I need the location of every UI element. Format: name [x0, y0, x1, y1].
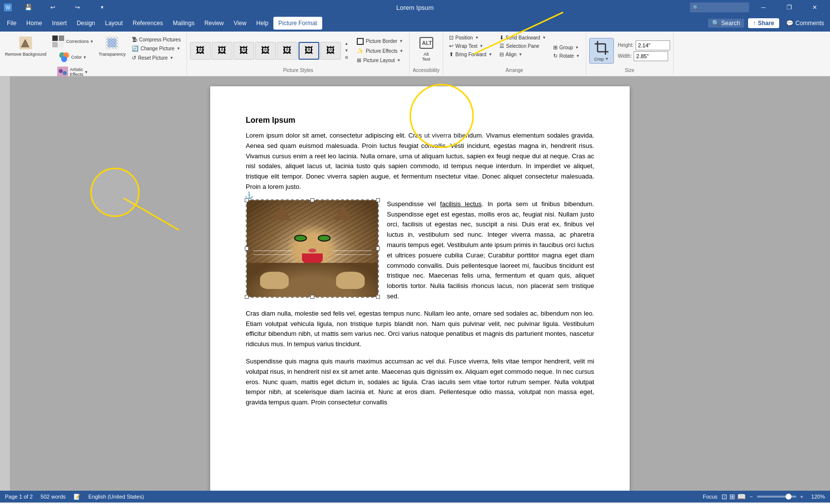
border-icon — [357, 38, 364, 45]
menu-bar: File Home Insert Design Layout Reference… — [0, 15, 830, 32]
menu-help[interactable]: Help — [251, 17, 273, 30]
svg-point-10 — [63, 71, 67, 75]
comments-icon: 💬 — [786, 20, 793, 27]
height-input[interactable] — [636, 40, 670, 50]
crop-btn[interactable]: Crop ▼ — [589, 38, 614, 64]
ribbon-group-accessibility: ALT AltText Accessibility — [410, 33, 443, 75]
selection-icon: ☰ — [499, 43, 504, 49]
image-anchor: ⚓ — [245, 191, 253, 199]
facilisis-link[interactable]: facilisis lectus — [440, 200, 482, 208]
svg-point-7 — [61, 56, 67, 62]
menu-references[interactable]: References — [128, 17, 168, 30]
width-input[interactable] — [634, 51, 668, 61]
svg-rect-15 — [108, 38, 116, 47]
reset-icon: ↺ — [132, 55, 136, 61]
print-layout-btn[interactable]: ⊡ — [721, 493, 727, 501]
focus-btn[interactable]: Focus — [703, 494, 717, 500]
color-btn[interactable]: Color ▼ — [49, 50, 96, 64]
send-back-icon: ⬇ — [499, 35, 504, 41]
picture-styles-grid: 🖼 🖼 🖼 🖼 🖼 🖼 🖼 — [190, 42, 341, 60]
menu-home[interactable]: Home — [21, 17, 47, 30]
menu-mailings[interactable]: Mailings — [168, 17, 199, 30]
compress-pictures-btn[interactable]: 🗜 Compress Pictures — [129, 36, 184, 43]
resize-handle-ml[interactable] — [245, 247, 249, 251]
wrap-icon: ↩ — [449, 43, 453, 49]
menu-review[interactable]: Review — [199, 17, 228, 30]
document-area: Lorem Ipsum Lorem ipsum dolor sit amet, … — [0, 76, 830, 491]
undo-btn[interactable]: ↩ — [41, 0, 64, 15]
menu-file[interactable]: File — [2, 17, 21, 30]
pic-style-6[interactable]: 🖼 — [299, 42, 319, 60]
picture-border-btn[interactable]: Picture Border ▼ — [354, 37, 406, 46]
zoom-in-btn[interactable]: + — [800, 494, 803, 500]
transparency-icon — [104, 35, 120, 51]
svg-rect-1 — [52, 36, 58, 41]
document-image[interactable]: ⚓ — [246, 199, 379, 298]
bring-forward-btn[interactable]: ⬆ Bring Forward ▼ — [446, 50, 495, 59]
accessibility-label: Accessibility — [413, 68, 439, 74]
pic-style-3[interactable]: 🖼 — [233, 42, 254, 60]
ribbon-scroll: ▲ ▼ ⊞ — [342, 40, 351, 61]
pic-style-4[interactable]: 🖼 — [255, 42, 276, 60]
read-mode-btn[interactable]: 📖 — [737, 493, 746, 501]
customize-btn[interactable]: ▼ — [91, 0, 113, 15]
menu-insert[interactable]: Insert — [47, 17, 72, 30]
wrap-text-btn[interactable]: ↩ Wrap Text ▼ — [446, 42, 495, 50]
pic-style-2[interactable]: 🖼 — [212, 42, 232, 60]
size-label: Size — [625, 68, 634, 74]
scroll-down-btn[interactable]: ▼ — [343, 47, 350, 54]
word-icon: W — [4, 3, 12, 11]
send-backward-btn[interactable]: ⬇ Send Backward ▼ — [496, 34, 549, 42]
corrections-btn[interactable]: Corrections ▼ — [49, 34, 96, 49]
svg-point-9 — [59, 69, 63, 73]
picture-effects-btn[interactable]: ✨ Picture Effects ▼ — [354, 47, 406, 55]
menu-search[interactable]: 🔍 Search — [708, 19, 744, 28]
save-quick-btn[interactable]: 💾 — [17, 0, 39, 15]
pic-style-5[interactable]: 🖼 — [277, 42, 298, 60]
transparency-btn[interactable]: Transparency — [97, 34, 128, 58]
comments-button[interactable]: 💬 Comments — [782, 18, 828, 28]
zoom-slider[interactable] — [757, 496, 796, 498]
language-indicator: 📝 — [74, 494, 80, 500]
alt-text-btn[interactable]: ALT AltText — [416, 34, 436, 63]
resize-handle-bc[interactable] — [310, 295, 314, 299]
resize-handle-br[interactable] — [376, 295, 380, 299]
resize-handle-tc[interactable] — [310, 198, 314, 202]
menu-layout[interactable]: Layout — [100, 17, 128, 30]
scroll-up-btn[interactable]: ▲ — [343, 40, 350, 47]
redo-btn[interactable]: ↪ — [66, 0, 89, 15]
group-btn[interactable]: ⊞ Group ▼ — [550, 43, 583, 52]
crop-icon — [594, 40, 609, 56]
change-picture-btn[interactable]: 🔄 Change Picture ▼ — [129, 44, 184, 53]
reset-picture-btn[interactable]: ↺ Reset Picture ▼ — [129, 54, 184, 62]
svg-rect-4 — [59, 42, 64, 47]
pic-style-1[interactable]: 🖼 — [190, 42, 211, 60]
menu-design[interactable]: Design — [72, 17, 100, 30]
selection-pane-btn[interactable]: ☰ Selection Pane — [496, 42, 549, 50]
minimize-btn[interactable]: ─ — [752, 0, 775, 15]
title-search[interactable]: 🔍 — [690, 2, 749, 12]
zoom-thumb[interactable] — [786, 494, 792, 500]
resize-handle-tr[interactable] — [376, 198, 380, 202]
close-btn[interactable]: ✕ — [803, 0, 826, 15]
menu-view[interactable]: View — [229, 17, 252, 30]
rotate-btn[interactable]: ↻ Rotate ▼ — [550, 52, 583, 60]
more-btn[interactable]: ⊞ — [343, 54, 350, 61]
pic-style-7[interactable]: 🖼 — [320, 42, 341, 60]
color-icon — [58, 51, 70, 63]
menu-picture-format[interactable]: Picture Format — [273, 17, 322, 30]
share-button[interactable]: ↑ Share — [748, 18, 779, 28]
zoom-out-btn[interactable]: − — [750, 494, 753, 500]
zoom-level[interactable]: 120% — [807, 494, 825, 500]
picture-layout-btn[interactable]: ⊞ Picture Layout ▼ — [354, 56, 406, 65]
search-label: Search — [721, 20, 740, 27]
remove-background-btn[interactable]: Remove Background — [3, 34, 48, 59]
resize-handle-mr[interactable] — [376, 247, 380, 251]
ribbon-group-arrange: ⊡ Position ▼ ↩ Wrap Text ▼ ⬆ Bring Forwa… — [443, 33, 586, 75]
window-title: Lorem Ipsum — [396, 4, 434, 11]
align-btn[interactable]: ⊟ Align ▼ — [496, 50, 549, 59]
restore-btn[interactable]: ❐ — [778, 0, 800, 15]
resize-handle-bl[interactable] — [245, 295, 249, 299]
web-layout-btn[interactable]: ⊞ — [729, 493, 735, 501]
position-btn[interactable]: ⊡ Position ▼ — [446, 34, 495, 42]
